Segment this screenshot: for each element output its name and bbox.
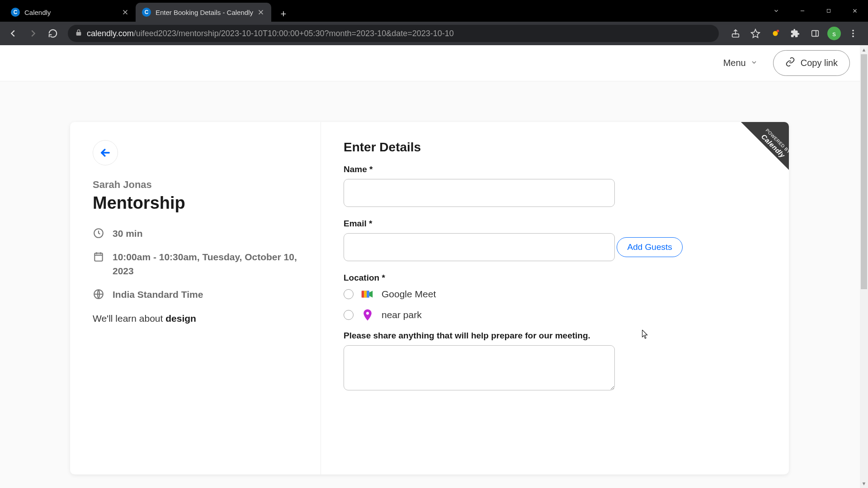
close-icon[interactable] (121, 8, 129, 16)
profile-avatar[interactable]: s (827, 27, 841, 40)
back-icon[interactable] (5, 25, 22, 42)
copy-link-button[interactable]: Copy link (773, 50, 850, 76)
minimize-icon[interactable] (789, 0, 816, 22)
link-icon (785, 57, 795, 69)
radio-icon[interactable] (344, 289, 354, 299)
booking-card: Sarah Jonas Mentorship 30 min 10:00am - … (70, 122, 789, 474)
event-info-panel: Sarah Jonas Mentorship 30 min 10:00am - … (70, 122, 321, 474)
svg-point-6 (852, 33, 854, 34)
google-meet-icon (361, 287, 374, 301)
page-header: Menu Copy link (0, 45, 868, 81)
close-window-icon[interactable] (842, 0, 868, 22)
location-label: Location * (344, 273, 766, 283)
duration-row: 30 min (93, 226, 298, 241)
globe-icon (93, 288, 104, 300)
event-description: We'll learn about design (93, 313, 298, 324)
lock-icon (75, 29, 82, 38)
svg-point-15 (366, 312, 369, 314)
menu-label: Menu (723, 58, 746, 68)
svg-rect-9 (94, 253, 102, 261)
scrollbar[interactable]: ▲ ▼ (860, 45, 868, 488)
address-bar[interactable]: calendly.com/uifeed2023/mentorship/2023-… (68, 25, 719, 42)
svg-rect-4 (812, 31, 819, 37)
back-button[interactable] (93, 140, 118, 165)
name-label: Name * (344, 164, 766, 174)
notes-label: Please share anything that will help pre… (344, 331, 766, 341)
tab-title: Enter Booking Details - Calendly (156, 9, 253, 16)
window-controls (763, 0, 868, 22)
svg-point-7 (852, 36, 854, 38)
svg-rect-14 (367, 291, 369, 298)
forward-icon[interactable] (24, 25, 42, 42)
share-icon[interactable] (728, 26, 743, 41)
new-tab-button[interactable]: + (276, 6, 291, 22)
svg-point-3 (777, 30, 779, 33)
email-label: Email * (344, 219, 766, 229)
extension-alert-icon[interactable] (768, 26, 783, 41)
favicon-icon: C (11, 8, 20, 17)
sidepanel-icon[interactable] (807, 26, 823, 41)
scroll-thumb[interactable] (861, 54, 867, 289)
location-text: near park (382, 310, 422, 320)
add-guests-button[interactable]: Add Guests (617, 237, 682, 257)
menu-button[interactable]: Menu (717, 53, 764, 73)
svg-rect-12 (362, 291, 364, 298)
time-row: 10:00am - 10:30am, Tuesday, October 10, … (93, 250, 298, 278)
kebab-menu-icon[interactable] (845, 26, 861, 41)
form-panel: Enter Details Name * Email * Add Guests … (321, 122, 789, 474)
host-name: Sarah Jonas (93, 179, 298, 191)
clock-icon (93, 227, 104, 239)
radio-icon[interactable] (344, 310, 354, 320)
description-bold: design (165, 313, 196, 324)
browser-tab[interactable]: C Calendly (5, 3, 136, 22)
chevron-down-icon (750, 58, 758, 68)
calendar-icon (93, 251, 104, 263)
arrow-left-icon (99, 146, 112, 159)
scroll-up-icon[interactable]: ▲ (860, 45, 868, 54)
browser-tabs: C Calendly C Enter Booking Details - Cal… (0, 0, 291, 22)
name-input[interactable] (344, 179, 615, 207)
tabs-dropdown-icon[interactable] (763, 0, 789, 22)
svg-rect-0 (827, 9, 830, 13)
tab-title: Calendly (24, 9, 118, 16)
reload-icon[interactable] (44, 25, 61, 42)
close-icon[interactable] (257, 8, 265, 16)
timezone-text: India Standard Time (113, 287, 203, 302)
url-domain: calendly.com (87, 29, 134, 38)
powered-by-badge[interactable]: POWERED BY Calendly (721, 122, 789, 190)
form-title: Enter Details (344, 140, 766, 155)
timezone-row: India Standard Time (93, 287, 298, 302)
browser-titlebar: C Calendly C Enter Booking Details - Cal… (0, 0, 868, 22)
email-input[interactable] (344, 233, 615, 261)
favicon-icon: C (142, 8, 151, 17)
maximize-icon[interactable] (816, 0, 842, 22)
svg-rect-13 (364, 291, 367, 298)
browser-toolbar: calendly.com/uifeed2023/mentorship/2023-… (0, 22, 868, 45)
url-path: /uifeed2023/mentorship/2023-10-10T10:00:… (134, 29, 454, 38)
scroll-down-icon[interactable]: ▼ (860, 479, 868, 488)
page-viewport: Menu Copy link Sarah Jonas Mentorship 30… (0, 45, 868, 488)
event-title: Mentorship (93, 193, 298, 213)
time-text: 10:00am - 10:30am, Tuesday, October 10, … (113, 250, 298, 278)
svg-point-5 (852, 30, 854, 32)
pin-icon (361, 308, 374, 322)
notes-textarea[interactable] (344, 345, 615, 390)
location-option[interactable]: near park (344, 308, 766, 322)
copy-link-label: Copy link (801, 58, 838, 68)
location-text: Google Meet (382, 289, 436, 300)
browser-tab[interactable]: C Enter Booking Details - Calendly (136, 3, 271, 22)
cursor-icon (642, 330, 648, 339)
toolbar-right: s (725, 26, 863, 41)
description-prefix: We'll learn about (93, 313, 165, 324)
extensions-icon[interactable] (788, 26, 803, 41)
duration-text: 30 min (113, 226, 143, 241)
star-icon[interactable] (748, 26, 763, 41)
location-option[interactable]: Google Meet (344, 287, 766, 301)
